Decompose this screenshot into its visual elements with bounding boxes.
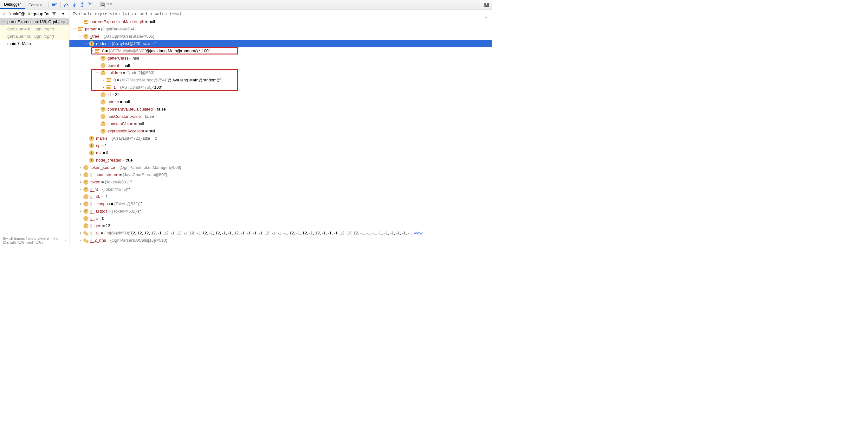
close-icon[interactable]: × bbox=[65, 239, 67, 243]
view-link[interactable]: View bbox=[414, 231, 423, 235]
separator bbox=[60, 2, 61, 8]
step-into-icon[interactable] bbox=[70, 1, 78, 9]
variable-row[interactable]: ·fconstantValue = null bbox=[69, 120, 492, 127]
chevron-icon[interactable]: › bbox=[101, 85, 105, 90]
variable-row[interactable]: ›fjj_scanpos = {Token@532} "(" bbox=[69, 200, 492, 207]
frames-pane: ✓ "main"@1 in group "main": RUNNING ▾ ↶p… bbox=[0, 9, 69, 244]
variable-row[interactable]: ·fnode_created = true bbox=[69, 157, 492, 164]
chevron-icon[interactable]: ﹀ bbox=[78, 34, 83, 39]
element-icon bbox=[84, 20, 88, 24]
field-icon: f bbox=[83, 165, 88, 170]
element-icon bbox=[106, 85, 111, 89]
chevron-icon[interactable]: › bbox=[78, 173, 83, 177]
field-icon: f bbox=[83, 179, 88, 185]
field-icon: f bbox=[100, 63, 105, 68]
svg-rect-7 bbox=[103, 5, 104, 6]
variable-row[interactable]: ›fjj_input_stream = {JavaCharStream@507} bbox=[69, 171, 492, 178]
field-icon: f bbox=[100, 129, 105, 134]
chevron-icon[interactable]: › bbox=[78, 202, 83, 206]
chevron-icon[interactable]: › bbox=[78, 238, 83, 243]
variable-row[interactable]: ›ftoken = {Token@531} "" bbox=[69, 178, 492, 186]
variable-row[interactable]: ﹀parser = {OgnlParser@504} bbox=[69, 25, 492, 33]
field-icon: f bbox=[83, 201, 88, 206]
svg-rect-8 bbox=[485, 3, 486, 5]
element-icon bbox=[106, 78, 111, 82]
svg-rect-0 bbox=[64, 6, 65, 7]
variable-row[interactable]: ·fgetterClass = null bbox=[69, 55, 492, 62]
field-icon: f bbox=[89, 158, 94, 163]
chevron-icon[interactable]: › bbox=[78, 209, 83, 214]
chevron-icon[interactable]: › bbox=[78, 165, 83, 170]
variable-row[interactable]: ·fparser = null bbox=[69, 98, 492, 105]
stack-frame[interactable]: getValue:480, Ognl (ognl) bbox=[0, 25, 69, 33]
chevron-icon[interactable]: › bbox=[78, 231, 83, 235]
variable-row[interactable]: ›0 = {ASTStaticMethod@754} "@java.lang.M… bbox=[69, 76, 492, 84]
chevron-icon[interactable]: › bbox=[78, 187, 83, 192]
variables-tree[interactable]: ·currentExpressionMaxLength = null﹀parse… bbox=[69, 18, 492, 244]
variable-row[interactable]: ·fjj_la = 0 bbox=[69, 215, 492, 222]
variable-row[interactable]: ·fsp = 1 bbox=[69, 142, 492, 149]
field-icon: f bbox=[89, 151, 94, 156]
variable-row[interactable]: ·fparent = null bbox=[69, 62, 492, 69]
field-icon: f bbox=[83, 34, 88, 39]
array-icon bbox=[83, 238, 88, 243]
undo-icon: ↶ bbox=[2, 20, 5, 24]
element-icon bbox=[95, 49, 100, 53]
chevron-icon[interactable]: ﹀ bbox=[84, 41, 88, 46]
variable-row[interactable]: ·fexpressionAccessor = null bbox=[69, 127, 492, 135]
chevron-icon[interactable]: › bbox=[101, 78, 105, 83]
add-watch-icon[interactable]: ＋ bbox=[482, 9, 490, 13]
run-config-label[interactable]: "main"@1 in group "main": RUNNING bbox=[9, 11, 49, 16]
tab-debugger[interactable]: Debugger bbox=[0, 0, 25, 9]
check-icon: ✓ bbox=[2, 11, 8, 17]
chevron-icon[interactable]: › bbox=[78, 180, 83, 184]
evaluate-icon[interactable] bbox=[98, 1, 106, 9]
field-icon: f bbox=[100, 99, 105, 104]
variable-row[interactable]: ·fmarks = {ArrayList@721} size = 0 bbox=[69, 135, 492, 142]
element-icon bbox=[78, 27, 83, 31]
threads-icon[interactable] bbox=[51, 1, 58, 9]
run-to-cursor-icon[interactable] bbox=[86, 1, 94, 9]
variable-row[interactable]: ›jj_la1 = {int[64]@509} [12, 12, 12, 12,… bbox=[69, 229, 492, 237]
variable-row[interactable]: ·fmk = 0 bbox=[69, 149, 492, 157]
variable-row[interactable]: ·fjj_ntk = -1 bbox=[69, 193, 492, 200]
stack-frame[interactable]: getValue:460, Ognl (ognl) bbox=[0, 33, 69, 40]
stack-frame[interactable]: main:7, Main bbox=[0, 40, 69, 47]
evaluate-input[interactable] bbox=[72, 11, 489, 16]
variable-row[interactable]: ·fhasConstantValue = false bbox=[69, 113, 492, 120]
variable-row[interactable]: ›jj_2_rtns = {OgnlParser$JJCalls[16]@510… bbox=[69, 237, 492, 244]
svg-rect-4 bbox=[101, 3, 104, 4]
step-out-icon[interactable] bbox=[78, 1, 86, 9]
frames-list[interactable]: ↶parseExpression:138, Ognl (ognl)getValu… bbox=[0, 18, 69, 237]
trace-icon bbox=[106, 1, 114, 9]
variable-row[interactable]: ·fconstantValueCalculated = false bbox=[69, 105, 492, 113]
variable-row[interactable]: ·fjj_gen = 13 bbox=[69, 222, 492, 229]
variable-row[interactable]: ﹀fchildren = {Node[2]@533} bbox=[69, 69, 492, 76]
tab-console[interactable]: Console bbox=[25, 1, 46, 9]
variable-row[interactable]: ﹀fjjtree = {JJTOgnlParserState@505} bbox=[69, 33, 492, 40]
step-over-icon[interactable] bbox=[62, 1, 70, 9]
chevron-down-icon[interactable]: ▾ bbox=[59, 10, 67, 18]
variable-row[interactable]: ﹀fnodes = {ArrayList@720} size = 1 bbox=[69, 40, 492, 47]
chevron-icon[interactable]: ﹀ bbox=[95, 71, 100, 75]
variable-row[interactable]: ·fid = 22 bbox=[69, 91, 492, 98]
filter-icon[interactable] bbox=[50, 10, 58, 18]
stack-frame[interactable]: ↶parseExpression:138, Ognl (ognl) bbox=[0, 18, 69, 25]
variable-row[interactable]: ›ftoken_source = {OgnlParserTokenManager… bbox=[69, 164, 492, 171]
variable-row[interactable]: ﹀0 = {ASTMultiply@530} "@java.lang.Math@… bbox=[69, 47, 492, 55]
field-icon: f bbox=[83, 216, 88, 221]
frames-header: ✓ "main"@1 in group "main": RUNNING ▾ bbox=[0, 9, 69, 18]
variable-row[interactable]: ›fjj_nt = {Token@576} "" bbox=[69, 186, 492, 193]
variable-row[interactable]: ›1 = {ASTConst@755} "100" bbox=[69, 84, 492, 91]
field-icon: f bbox=[83, 172, 88, 177]
variable-row[interactable]: ›fjj_lastpos = {Token@532} "(" bbox=[69, 207, 492, 215]
field-icon: f bbox=[100, 70, 105, 75]
layout-icon[interactable] bbox=[483, 1, 491, 9]
field-icon: f bbox=[83, 223, 88, 228]
chevron-icon[interactable]: ﹀ bbox=[90, 49, 94, 53]
chevron-icon[interactable]: ﹀ bbox=[72, 27, 77, 31]
svg-rect-10 bbox=[485, 5, 489, 6]
field-icon: f bbox=[100, 92, 105, 97]
svg-rect-2 bbox=[82, 6, 83, 7]
variable-row[interactable]: ·currentExpressionMaxLength = null bbox=[69, 18, 492, 25]
